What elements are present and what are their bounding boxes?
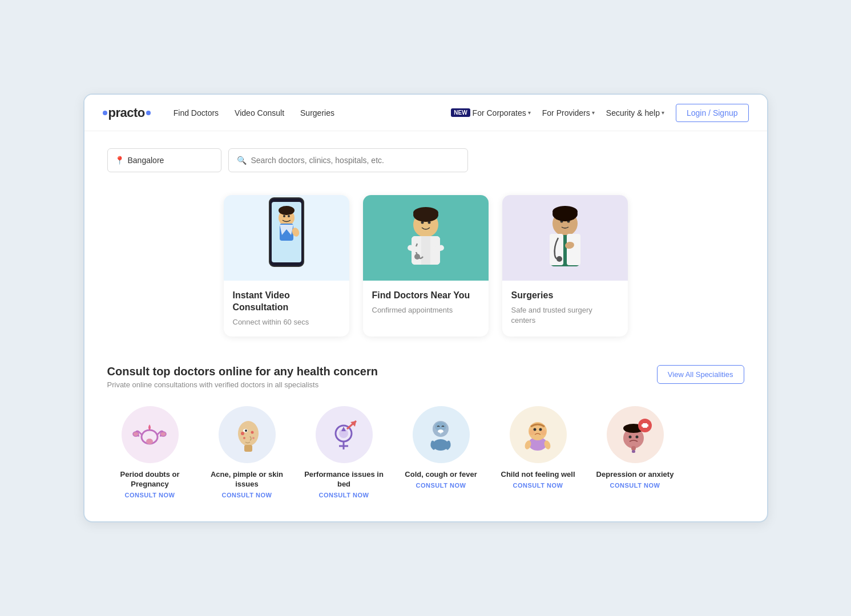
chevron-down-icon: ▾ <box>662 110 664 116</box>
speciality-item-child[interactable]: Child not feeling well CONSULT NOW <box>495 406 581 499</box>
card-image-surgeries <box>502 195 628 281</box>
svg-point-64 <box>629 435 632 438</box>
card-image-video <box>224 195 349 281</box>
speciality-icon-cold <box>413 406 470 463</box>
logo-dot-right <box>146 111 151 115</box>
chevron-down-icon: ▾ <box>592 110 595 116</box>
speciality-item-performance[interactable]: Performance issues in bed CONSULT NOW <box>301 406 387 499</box>
speciality-icon-child <box>510 406 567 463</box>
login-signup-button[interactable]: Login / Signup <box>676 104 749 122</box>
specialities-section: Consult top doctors online for any healt… <box>107 365 744 499</box>
view-all-specialities-button[interactable]: View All Specialities <box>657 365 744 384</box>
speciality-item-depression[interactable]: Depression or anxiety CONSULT NOW <box>592 406 678 499</box>
svg-point-6 <box>283 215 285 217</box>
location-icon: 📍 <box>115 156 124 165</box>
svg-point-7 <box>288 215 290 217</box>
card-subtitle-video: Connect within 60 secs <box>233 317 340 327</box>
card-title-surgeries: Surgeries <box>511 290 619 302</box>
consult-now-performance[interactable]: CONSULT NOW <box>319 492 369 499</box>
svg-point-39 <box>241 432 244 435</box>
service-card-surgeries[interactable]: Surgeries Safe and trusted surgery cente… <box>502 195 628 337</box>
speciality-name-performance: Performance issues in bed <box>301 470 387 489</box>
nav-surgeries[interactable]: Surgeries <box>300 108 334 117</box>
svg-point-42 <box>252 437 255 439</box>
nav-find-doctors[interactable]: Find Doctors <box>174 108 219 117</box>
card-body-surgeries: Surgeries Safe and trusted surgery cente… <box>502 281 628 335</box>
speciality-icon-depression <box>607 406 664 463</box>
search-input-wrap: 🔍 <box>228 148 468 172</box>
speciality-icon-performance <box>316 406 373 463</box>
nav-right: NEW For Corporates ▾ For Providers ▾ Sec… <box>451 104 748 122</box>
search-input[interactable] <box>251 156 459 165</box>
search-section: 📍 🔍 <box>107 148 744 172</box>
navbar: practo Find Doctors Video Consult Surger… <box>84 95 767 131</box>
service-card-video[interactable]: Instant Video Consultation Connect withi… <box>224 195 349 337</box>
consult-now-period[interactable]: CONSULT NOW <box>125 492 175 499</box>
consult-now-child[interactable]: CONSULT NOW <box>513 482 563 489</box>
nav-video-consult[interactable]: Video Consult <box>235 108 284 117</box>
svg-marker-50 <box>341 427 346 431</box>
svg-rect-13 <box>421 236 430 265</box>
card-image-doctors <box>363 195 489 281</box>
svg-point-65 <box>636 435 639 438</box>
main-content: 📍 🔍 <box>84 131 767 521</box>
svg-point-14 <box>414 254 420 260</box>
svg-point-20 <box>413 208 438 222</box>
card-subtitle-doctors: Confirmed appointments <box>372 305 479 315</box>
search-icon: 🔍 <box>237 156 247 165</box>
new-badge: NEW <box>451 108 470 117</box>
service-card-doctors[interactable]: Find Doctors Near You Confirmed appointm… <box>363 195 489 337</box>
svg-point-41 <box>243 437 245 439</box>
svg-point-53 <box>438 429 443 433</box>
svg-point-60 <box>541 429 546 435</box>
consult-now-cold[interactable]: CONSULT NOW <box>416 482 466 489</box>
speciality-name-cold: Cold, cough or fever <box>405 470 477 480</box>
nav-providers[interactable]: For Providers ▾ <box>542 108 595 117</box>
card-subtitle-surgeries: Safe and trusted surgery centers <box>511 305 619 326</box>
svg-point-38 <box>245 429 247 432</box>
nav-security-label: Security & help <box>606 108 660 117</box>
svg-point-33 <box>146 439 153 444</box>
cards-section: Instant Video Consultation Connect withi… <box>107 195 744 337</box>
svg-rect-25 <box>567 234 580 265</box>
nav-security[interactable]: Security & help ▾ <box>606 108 664 117</box>
speciality-item-cold[interactable]: Cold, cough or fever CONSULT NOW <box>398 406 484 499</box>
svg-point-26 <box>556 256 562 262</box>
consult-now-acne[interactable]: CONSULT NOW <box>222 492 272 499</box>
logo[interactable]: practo <box>103 106 151 120</box>
speciality-name-depression: Depression or anxiety <box>596 470 674 480</box>
section-title-wrap: Consult top doctors online for any healt… <box>107 365 378 389</box>
svg-rect-43 <box>244 445 252 452</box>
consult-now-depression[interactable]: CONSULT NOW <box>610 482 660 489</box>
svg-point-34 <box>133 432 139 436</box>
chevron-down-icon: ▾ <box>528 110 531 116</box>
speciality-icon-acne <box>219 406 276 463</box>
svg-point-40 <box>251 431 254 433</box>
card-body-video: Instant Video Consultation Connect withi… <box>224 281 349 337</box>
speciality-name-child: Child not feeling well <box>501 470 575 480</box>
svg-point-35 <box>160 432 166 436</box>
section-title: Consult top doctors online for any healt… <box>107 365 378 378</box>
svg-point-8 <box>279 206 295 215</box>
speciality-item-period[interactable]: Period doubts or Pregnancy CONSULT NOW <box>107 406 193 499</box>
svg-rect-71 <box>632 450 635 453</box>
svg-rect-69 <box>642 424 648 427</box>
card-title-video: Instant Video Consultation <box>233 290 340 314</box>
speciality-item-acne[interactable]: Acne, pimple or skin issues CONSULT NOW <box>204 406 290 499</box>
nav-corporates[interactable]: NEW For Corporates ▾ <box>451 108 531 117</box>
speciality-name-period: Period doubts or Pregnancy <box>107 470 193 489</box>
specialities-grid: Period doubts or Pregnancy CONSULT NOW <box>107 406 744 499</box>
svg-point-59 <box>529 429 535 435</box>
logo-text: practo <box>108 106 145 120</box>
location-input-wrap: 📍 <box>107 148 221 172</box>
speciality-name-acne: Acne, pimple or skin issues <box>204 470 290 489</box>
browser-window: practo Find Doctors Video Consult Surger… <box>83 94 768 522</box>
svg-point-30 <box>552 206 578 221</box>
section-header: Consult top doctors online for any healt… <box>107 365 744 389</box>
location-input[interactable] <box>128 156 214 165</box>
section-subtitle: Private online consultations with verifi… <box>107 380 378 389</box>
logo-dot-left <box>103 111 107 115</box>
svg-point-70 <box>631 446 636 451</box>
card-title-doctors: Find Doctors Near You <box>372 290 479 302</box>
speciality-icon-period <box>122 406 179 463</box>
